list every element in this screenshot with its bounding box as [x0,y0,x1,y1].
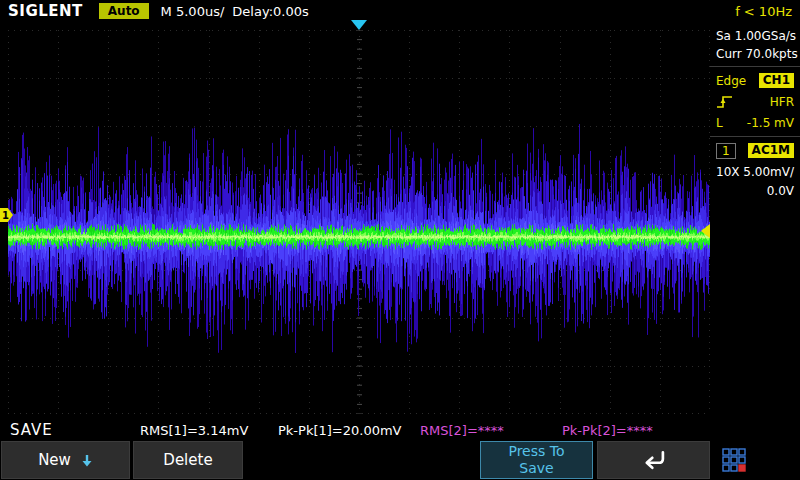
channel-1-marker-label: 1 [2,210,9,221]
waveform-canvas [8,30,710,414]
measurement-rms-ch2: RMS[2]=**** [420,423,504,438]
rising-edge-icon [716,95,734,109]
trigger-source-badge: CH1 [759,73,794,88]
trigger-level-row: L -1.5 mV [716,112,794,133]
keypad-grid-icon[interactable] [722,448,746,472]
trigger-type-label: Edge [716,74,746,88]
trigger-slope-row: HFR [716,91,794,112]
top-bar: SIGLENT Auto M 5.00us/ Delay:0.00s f < 1… [0,0,800,22]
press-to-save-line2: Save [519,460,553,477]
oscilloscope-screen: SIGLENT Auto M 5.00us/ Delay:0.00s f < 1… [0,0,800,480]
return-arrow-icon [639,450,669,470]
dropdown-down-arrow-icon [81,454,93,467]
sample-rate-label: Sa 1.00GSa/s [716,27,794,45]
volts-per-div-label: 5.00mV/ [743,165,794,179]
measurement-rms-ch1: RMS[1]=3.14mV [140,423,248,438]
new-button-label: New [38,451,71,469]
new-button[interactable]: New [1,441,130,479]
sidebar-divider [710,66,800,67]
brand-logo: SIGLENT [0,2,83,20]
memory-depth-label: Curr 70.0kpts [716,45,794,63]
return-button[interactable] [597,441,710,479]
measurement-pkpk-ch2: Pk-Pk[2]=**** [562,423,653,438]
channel-offset-label: 0.0V [716,182,794,200]
acquisition-mode-badge: Auto [99,3,149,19]
waveform-display: 1 [0,22,710,420]
frequency-counter: f < 10Hz [735,4,800,19]
delete-button-label: Delete [163,451,212,469]
probe-attenuation-label: 10X [716,165,740,179]
menu-mode-label: SAVE [10,420,53,440]
trigger-coupling-label: HFR [770,95,794,109]
channel-scale-row: 10X 5.00mV/ [716,161,794,182]
sidebar: Sa 1.00GSa/s Curr 70.0kpts Edge CH1 HFR … [710,22,800,420]
trigger-type-row: Edge CH1 [716,70,794,91]
delay-label: Delay:0.00s [232,4,308,19]
trigger-position-marker-icon[interactable] [351,20,367,30]
timebase-label: M 5.00us/ [161,4,225,19]
press-to-save-button[interactable]: Press To Save [480,441,593,479]
trigger-level-value: -1.5 mV [747,116,794,130]
delete-button[interactable]: Delete [133,441,243,479]
measurement-pkpk-ch1: Pk-Pk[1]=20.00mV [278,423,402,438]
press-to-save-line1: Press To [508,443,564,460]
sidebar-divider [710,136,800,137]
channel-coupling-badge: AC1M [748,143,794,158]
trigger-level-prefix: L [716,116,723,130]
trigger-level-marker-icon[interactable] [701,224,710,238]
status-bar: SAVE RMS[1]=3.14mV Pk-Pk[1]=20.00mV RMS[… [0,420,800,440]
channel-number-box: 1 [716,143,736,159]
softkey-menu-bar: New Delete Press To Save [0,440,800,480]
channel-info-row: 1 AC1M [716,140,794,161]
